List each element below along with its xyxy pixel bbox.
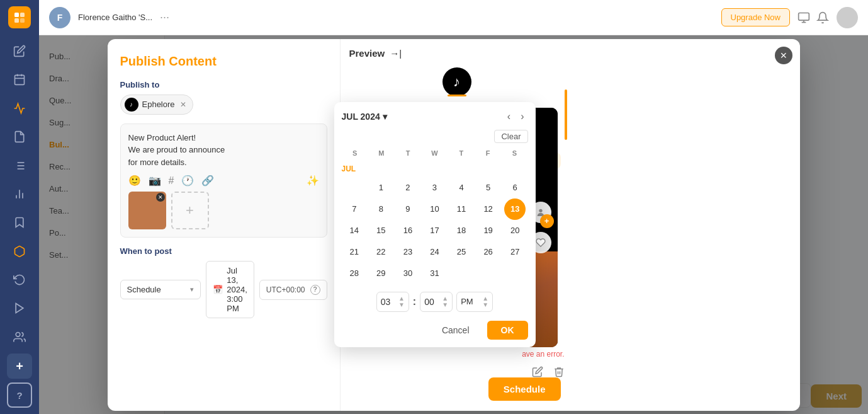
cal-day-13[interactable]: 13 (504, 198, 526, 220)
cal-day-15[interactable]: 15 (370, 220, 392, 241)
topbar-icons (798, 11, 829, 24)
cal-day-5[interactable]: 5 (478, 177, 499, 198)
sidebar-item-team[interactable] (7, 325, 32, 350)
edit-icon[interactable] (532, 366, 543, 377)
cal-day-22[interactable]: 22 (370, 241, 392, 263)
delete-icon[interactable] (553, 366, 565, 377)
sidebar-item-analytics[interactable] (7, 181, 32, 206)
content-editor-box: New Product Alert! We are proud to annou… (120, 124, 327, 238)
svg-point-22 (539, 209, 542, 212)
image-icon[interactable]: 📷 (149, 175, 161, 187)
error-message: ave an error. (522, 350, 564, 359)
sidebar-item-help[interactable]: ? (7, 382, 32, 408)
calendar-prev-button[interactable]: ‹ (504, 110, 514, 124)
cal-day-12[interactable]: 12 (478, 198, 499, 220)
sidebar-item-drafts[interactable] (7, 125, 32, 149)
cal-day-16[interactable]: 16 (397, 220, 419, 241)
calendar-next-button[interactable]: › (517, 110, 527, 124)
sidebar-item-add[interactable]: + (7, 354, 32, 379)
cal-day-10[interactable]: 10 (424, 198, 445, 220)
emoji-icon[interactable]: 🙂 (128, 175, 141, 187)
add-image-button[interactable]: + (171, 192, 209, 229)
hour-stepper[interactable]: ▲▼ (398, 296, 405, 308)
sidebar-item-publish[interactable] (7, 96, 32, 120)
cal-day-2[interactable]: 2 (397, 177, 419, 198)
cal-day-18[interactable]: 18 (451, 220, 472, 241)
svg-marker-17 (16, 304, 23, 313)
cal-day-4[interactable]: 4 (451, 177, 472, 198)
calendar-week-2: 7 8 9 10 11 12 13 (342, 198, 528, 220)
cal-day-7[interactable]: 7 (344, 198, 365, 220)
image-remove-button[interactable]: ✕ (156, 193, 165, 202)
follow-add-button[interactable]: + (540, 214, 554, 228)
time-hour-input[interactable]: 03 ▲▼ (376, 292, 409, 312)
cal-day-26[interactable]: 26 (478, 241, 499, 263)
calendar-actions: Cancel OK (342, 321, 528, 340)
cal-day-8[interactable]: 8 (370, 198, 392, 220)
clear-area: Clear (342, 130, 528, 143)
topbar-profile-avatar[interactable] (837, 7, 858, 28)
sidebar-item-calendar[interactable] (7, 67, 32, 92)
ampm-selector[interactable]: PM ▲▼ (456, 292, 493, 312)
time-separator: : (413, 296, 416, 308)
cal-day-14[interactable]: 14 (344, 220, 365, 241)
sidebar-item-compose[interactable] (7, 38, 32, 63)
cal-day-25[interactable]: 25 (451, 241, 472, 263)
ampm-stepper[interactable]: ▲▼ (482, 296, 488, 308)
cal-day-24[interactable]: 24 (424, 241, 445, 263)
account-tag: ♪ Ephelore ✕ (120, 95, 193, 115)
calendar-ok-button[interactable]: OK (487, 321, 528, 340)
cal-day-20[interactable]: 20 (504, 220, 526, 241)
sidebar-item-queue[interactable] (7, 153, 32, 178)
clock-icon[interactable]: 🕐 (181, 175, 194, 187)
app-logo[interactable] (8, 6, 31, 28)
calendar-cancel-button[interactable]: Cancel (431, 321, 481, 340)
bell-icon[interactable] (816, 11, 829, 24)
modal-overlay: ✕ Publish Content Publish to ♪ Ephelore … (39, 35, 868, 414)
upgrade-button[interactable]: Upgrade Now (721, 8, 791, 26)
sidebar-item-recycle[interactable] (7, 267, 32, 292)
monitor-icon (798, 11, 810, 24)
sidebar-item-auto[interactable] (7, 296, 32, 321)
svg-rect-0 (14, 13, 19, 17)
cal-day-27[interactable]: 27 (504, 241, 526, 263)
time-minute-input[interactable]: 00 ▲▼ (420, 292, 453, 312)
minute-stepper[interactable]: ▲▼ (442, 296, 448, 308)
cal-day-6[interactable]: 6 (504, 177, 526, 198)
content-text: New Product Alert! We are proud to annou… (128, 132, 319, 169)
clear-button[interactable]: Clear (494, 130, 527, 143)
schedule-dropdown[interactable]: Schedule ▾ (120, 280, 201, 299)
cal-day-30[interactable]: 30 (397, 263, 419, 284)
minute-value: 00 (424, 297, 434, 307)
date-display[interactable]: 📅 Jul 13, 2024, 3:00 PM (206, 261, 254, 318)
dow-t2: T (448, 147, 475, 159)
hashtag-icon[interactable]: # (169, 175, 174, 187)
ai-magic-icon[interactable]: ✨ (307, 175, 319, 187)
cal-day-11[interactable]: 11 (451, 198, 472, 220)
cal-day-23[interactable]: 23 (397, 241, 419, 263)
schedule-button[interactable]: Schedule (488, 377, 561, 401)
cal-day-19[interactable]: 19 (478, 220, 499, 241)
sidebar-item-bulk[interactable] (7, 239, 32, 263)
account-tag-remove[interactable]: ✕ (180, 100, 186, 109)
cal-day-3[interactable]: 3 (424, 177, 445, 198)
cal-day-29[interactable]: 29 (370, 263, 392, 284)
cal-day-31[interactable]: 31 (424, 263, 445, 284)
user-menu-dots[interactable]: ··· (160, 11, 169, 24)
cal-day-21[interactable]: 21 (344, 241, 365, 263)
main-area: Pub... Dra... Que... Sug... Bul... Rec..… (39, 35, 868, 414)
calendar-nav: ‹ › (504, 110, 528, 124)
schedule-label: Schedule (127, 285, 161, 294)
cal-day-1[interactable]: 1 (370, 177, 392, 198)
sidebar-item-suggestions[interactable] (7, 210, 32, 235)
cal-day-28[interactable]: 28 (344, 263, 365, 284)
content-line2: We are proud to announce (128, 145, 225, 154)
tz-help-icon[interactable]: ? (310, 285, 320, 295)
sidebar: + ? (0, 0, 39, 414)
modal-close-button[interactable]: ✕ (775, 47, 792, 64)
cal-day-17[interactable]: 17 (424, 220, 445, 241)
dow-w: W (421, 147, 448, 159)
cal-day-9[interactable]: 9 (397, 198, 419, 220)
link-icon[interactable]: 🔗 (201, 175, 214, 187)
calendar-month-selector[interactable]: JUL 2024 ▾ (342, 112, 387, 122)
